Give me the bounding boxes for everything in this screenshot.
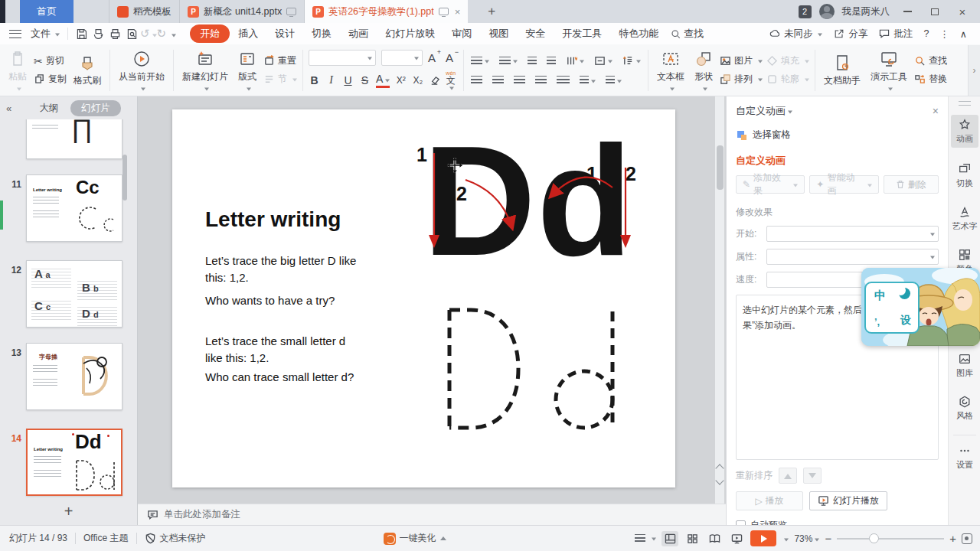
- shapes-button[interactable]: 形状: [691, 49, 716, 92]
- reorder-up-button[interactable]: [779, 468, 797, 484]
- fill-button[interactable]: 填充: [766, 54, 809, 67]
- arrange-button[interactable]: 排列: [720, 73, 763, 86]
- tab-slides[interactable]: 幻灯片: [70, 100, 121, 116]
- rail-style[interactable]: 风格: [951, 392, 978, 425]
- view-sorter-button[interactable]: [684, 531, 701, 546]
- minimize-button[interactable]: [897, 4, 917, 19]
- redo-icon[interactable]: ↻: [157, 27, 167, 41]
- slide-paragraph-3[interactable]: Let’s trace the small letter d like this…: [205, 333, 397, 367]
- start-dropdown[interactable]: [766, 226, 939, 242]
- zoom-level[interactable]: 73%: [794, 533, 819, 544]
- format-painter-button[interactable]: 格式刷: [70, 53, 104, 88]
- new-tab-button[interactable]: +: [488, 0, 495, 23]
- present-mode-icon[interactable]: [439, 8, 449, 15]
- ime-punctuation-indicator[interactable]: ’,: [874, 316, 880, 328]
- font-family-combo[interactable]: [309, 50, 376, 66]
- rail-transition[interactable]: 切换: [951, 159, 978, 192]
- ime-status-box[interactable]: 中 ’, 设: [864, 282, 920, 334]
- smart-animation-button[interactable]: ✦智能动画: [809, 175, 878, 194]
- quickbar-more-icon[interactable]: [169, 28, 176, 40]
- editing-canvas[interactable]: Letter writing Let’s trace the big lette…: [138, 96, 726, 504]
- panel-title[interactable]: 自定义动画: [736, 104, 792, 118]
- section-button[interactable]: 节: [263, 73, 297, 86]
- ribbon-tab-transition[interactable]: 切换: [312, 24, 332, 43]
- decrease-font-button[interactable]: A−: [446, 51, 458, 64]
- layout-button[interactable]: 版式: [235, 49, 260, 92]
- view-slideshow-button[interactable]: [728, 531, 745, 546]
- scrollbar-thumb[interactable]: [717, 145, 724, 190]
- next-slide-button[interactable]: [715, 476, 724, 484]
- username[interactable]: 我是两米八: [842, 5, 890, 18]
- protection-status[interactable]: 文档未保护: [145, 532, 206, 545]
- play-button[interactable]: ▷播放: [736, 491, 803, 510]
- delete-effect-button[interactable]: 删除: [884, 175, 939, 194]
- ribbon-tab-home[interactable]: 开始: [190, 24, 230, 43]
- zoom-in-button[interactable]: +: [949, 532, 956, 545]
- increase-font-button[interactable]: ∏A+: [428, 51, 440, 64]
- input-method-overlay[interactable]: 中 ’, 设: [861, 268, 980, 346]
- slideshow-play-button[interactable]: 幻灯片播放: [809, 491, 887, 510]
- zoom-slider[interactable]: [837, 538, 944, 540]
- zoom-slider-knob[interactable]: [869, 533, 879, 543]
- font-color-button[interactable]: A: [376, 73, 390, 88]
- collapse-panel-button[interactable]: «: [6, 103, 11, 114]
- add-slide-button[interactable]: +: [0, 500, 137, 522]
- thumbnail-slide-13[interactable]: 字母操: [26, 343, 122, 410]
- align-right-button[interactable]: [512, 74, 527, 86]
- add-effect-button[interactable]: ✎添加效果: [736, 175, 805, 194]
- find-button[interactable]: 查找: [914, 54, 947, 67]
- thumbnail-slide-14[interactable]: Letter writing Dd: [26, 429, 122, 496]
- bold-button[interactable]: B: [309, 74, 320, 87]
- toolbar-expander[interactable]: ›: [968, 45, 980, 96]
- slide-paragraph-2[interactable]: Who wants to have a try?: [205, 292, 397, 309]
- ime-language-indicator[interactable]: 中: [874, 289, 886, 303]
- view-reading-button[interactable]: [706, 531, 723, 546]
- distribute-button[interactable]: [555, 74, 571, 86]
- fit-to-window-button[interactable]: [962, 533, 972, 544]
- canvas-scrollbar[interactable]: [715, 96, 724, 504]
- notes-bar[interactable]: 单击此处添加备注: [138, 504, 726, 525]
- notification-badge[interactable]: 2: [799, 5, 812, 18]
- rail-settings[interactable]: 设置: [951, 441, 978, 474]
- print-preview-icon[interactable]: [123, 25, 140, 42]
- cut-button[interactable]: ✂剪切: [34, 54, 67, 67]
- ribbon-tab-insert[interactable]: 插入: [238, 24, 258, 43]
- increase-indent-button[interactable]: [545, 55, 557, 67]
- justify-button[interactable]: [534, 74, 548, 86]
- italic-button[interactable]: I: [325, 74, 337, 87]
- theme-name[interactable]: Office 主题: [83, 532, 128, 545]
- ribbon-tab-view[interactable]: 视图: [488, 24, 508, 43]
- slideshow-options-icon[interactable]: [782, 533, 789, 544]
- tab-home[interactable]: 首页: [20, 0, 74, 23]
- rail-gallery[interactable]: 图库: [951, 349, 978, 382]
- tab-document-1[interactable]: P 新概念 unit14.pptx: [180, 0, 305, 23]
- ribbon-tab-security[interactable]: 安全: [525, 24, 545, 43]
- save-icon[interactable]: [73, 25, 90, 42]
- copy-button[interactable]: 复制: [34, 73, 67, 86]
- notes-toggle-button[interactable]: [635, 534, 656, 543]
- ime-settings[interactable]: 设: [900, 314, 911, 328]
- previous-slide-button[interactable]: [715, 464, 724, 472]
- collapse-ribbon-icon[interactable]: ∧: [956, 28, 971, 40]
- columns-button[interactable]: [621, 54, 642, 68]
- presentation-tools-button[interactable]: 演示工具: [867, 49, 910, 92]
- strikethrough-button[interactable]: S: [359, 74, 371, 87]
- more-options-icon[interactable]: ⋮: [936, 28, 953, 40]
- picture-button[interactable]: 图片: [720, 54, 763, 67]
- cloud-sync-status[interactable]: 未同步: [765, 28, 827, 41]
- thumbnail-slide-10[interactable]: ∏: [26, 119, 122, 159]
- hamburger-icon[interactable]: [9, 30, 21, 38]
- moon-icon[interactable]: [899, 288, 910, 299]
- ribbon-find[interactable]: 查找: [667, 27, 707, 41]
- thumbnail-slide-11[interactable]: Letter writing Cc: [26, 174, 122, 242]
- font-size-combo[interactable]: [381, 50, 423, 66]
- ribbon-tab-review[interactable]: 审阅: [452, 24, 472, 43]
- align-left-button[interactable]: [469, 74, 484, 86]
- export-icon[interactable]: [90, 25, 106, 42]
- subscript-button[interactable]: X₂: [412, 75, 423, 86]
- file-menu[interactable]: 文件: [28, 27, 63, 41]
- text-direction-button[interactable]: [564, 54, 586, 68]
- line-spacing-button[interactable]: [578, 74, 597, 86]
- thumbnail-slide-12[interactable]: A a B b C c D d: [26, 260, 122, 328]
- avatar[interactable]: [819, 4, 835, 19]
